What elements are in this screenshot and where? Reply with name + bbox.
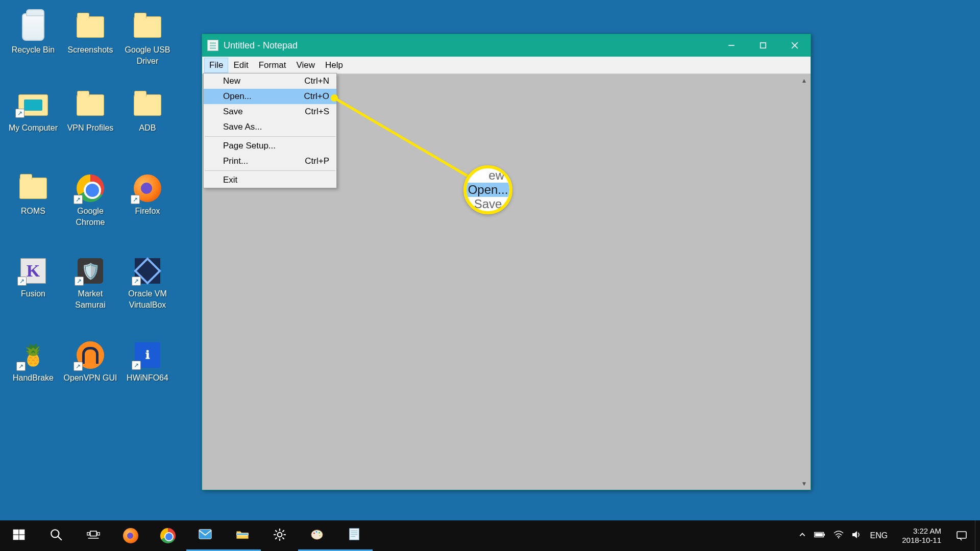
wifi-icon[interactable] [834, 531, 844, 541]
taskbar-start-button[interactable] [0, 520, 37, 551]
menu-edit[interactable]: Edit [228, 58, 253, 73]
svg-line-25 [275, 537, 277, 539]
desktop-icon-vpn-profiles[interactable]: VPN Profiles [62, 89, 118, 134]
clock[interactable]: 3:22 AM 2018-10-11 [895, 527, 948, 545]
menu-view[interactable]: View [291, 58, 321, 73]
menu-item-save-as[interactable]: Save As... [204, 119, 336, 135]
svg-point-10 [51, 530, 59, 537]
desktop-icon-label: OpenVPN GUI [64, 372, 117, 384]
desktop-icon-adb[interactable]: ADB [119, 89, 176, 134]
taskbar-search-button[interactable] [37, 520, 75, 551]
show-desktop-button[interactable] [975, 520, 980, 551]
taskbar-settings-button[interactable] [261, 520, 298, 551]
mail-icon [199, 528, 212, 543]
minimize-button[interactable] [716, 34, 747, 57]
shortcut-arrow-icon: ↗ [16, 362, 26, 371]
tray-chevron-icon[interactable] [799, 531, 806, 540]
taskbar-paint-button[interactable] [298, 520, 335, 551]
svg-rect-8 [13, 535, 18, 540]
taskbar-chrome-button[interactable] [149, 520, 186, 551]
notepad-icon [348, 528, 361, 543]
svg-point-30 [318, 532, 320, 534]
taskbar-notepad-button[interactable] [335, 520, 373, 551]
roms-icon [19, 178, 47, 199]
taskbar-taskview-button[interactable] [75, 520, 112, 551]
hwinfo64-icon: ℹ︎↗ [135, 342, 160, 368]
svg-rect-32 [349, 528, 359, 539]
svg-line-23 [275, 530, 277, 532]
language-indicator[interactable]: ENG [870, 531, 888, 540]
svg-rect-14 [97, 533, 99, 535]
menu-item-shortcut: Ctrl+N [304, 76, 329, 86]
volume-icon[interactable] [852, 530, 862, 541]
vpn-profiles-icon [77, 94, 104, 116]
action-center-button[interactable] [948, 520, 975, 551]
vertical-scrollbar[interactable]: ▲ ▼ [798, 74, 810, 489]
system-tray[interactable]: ENG [792, 530, 895, 541]
svg-rect-1 [761, 43, 766, 48]
shortcut-arrow-icon: ↗ [17, 277, 27, 286]
desktop-icon-google-usb-driver[interactable]: Google USB Driver [119, 11, 176, 67]
shortcut-arrow-icon: ↗ [132, 361, 141, 370]
search-icon [50, 528, 63, 543]
svg-point-29 [315, 531, 317, 533]
menu-item-page-setup[interactable]: Page Setup... [204, 138, 336, 154]
desktop-icon-firefox[interactable]: ↗Firefox [119, 172, 176, 217]
callout-focus: Open... [467, 183, 509, 197]
menu-item-shortcut: Ctrl+P [305, 156, 329, 166]
desktop-icon-label: Recycle Bin [12, 44, 55, 56]
svg-rect-42 [957, 532, 966, 538]
close-button[interactable] [779, 34, 811, 57]
shortcut-arrow-icon: ↗ [74, 362, 83, 371]
battery-icon[interactable] [814, 531, 825, 540]
desktop-icon-google-chrome[interactable]: ↗Google Chrome [62, 172, 118, 228]
screenshots-icon [77, 16, 104, 38]
fusion-icon: K↗ [20, 258, 46, 284]
desktop-icon-fusion[interactable]: K↗Fusion [5, 255, 61, 299]
desktop-icon-market-samurai[interactable]: 🛡️↗Market Samurai [62, 255, 118, 311]
scroll-up-button[interactable]: ▲ [798, 74, 810, 86]
svg-point-28 [313, 532, 315, 534]
desktop-icon-my-computer[interactable]: ↗My Computer [5, 89, 61, 134]
menu-item-save[interactable]: SaveCtrl+S [204, 104, 336, 119]
svg-line-26 [282, 530, 284, 532]
desktop-icon-label: ROMS [21, 206, 45, 217]
taskbar-firefox-button[interactable] [112, 520, 149, 551]
maximize-button[interactable] [747, 34, 779, 57]
callout-next: Save [467, 197, 509, 211]
menu-item-shortcut: Ctrl+O [304, 91, 329, 102]
shortcut-arrow-icon: ↗ [131, 195, 140, 204]
desktop-icon-screenshots[interactable]: Screenshots [62, 11, 118, 56]
svg-line-11 [58, 536, 62, 540]
desktop-icon-openvpn-gui[interactable]: ↗OpenVPN GUI [62, 339, 118, 384]
desktop-icon-recycle-bin[interactable]: Recycle Bin [5, 11, 61, 56]
shortcut-arrow-icon: ↗ [75, 277, 84, 286]
taskview-icon [87, 528, 100, 543]
svg-point-40 [838, 537, 839, 539]
market-samurai-icon: 🛡️↗ [78, 258, 103, 284]
menu-item-exit[interactable]: Exit [204, 172, 336, 188]
desktop-icon-roms[interactable]: ROMS [5, 172, 61, 217]
menu-item-print[interactable]: Print...Ctrl+P [204, 154, 336, 169]
desktop-icon-hwinfo64[interactable]: ℹ︎↗HWiNFO64 [119, 339, 176, 384]
oracle-vm-virtualbox-icon: ↗ [135, 258, 160, 284]
menu-item-label: New [223, 76, 240, 86]
menu-item-open[interactable]: Open...Ctrl+O [204, 89, 336, 104]
svg-rect-9 [19, 535, 24, 540]
desktop-icon-label: My Computer [9, 122, 58, 134]
desktop-icon-label: Screenshots [68, 44, 113, 56]
titlebar[interactable]: Untitled - Notepad [202, 34, 811, 57]
menu-help[interactable]: Help [320, 58, 348, 73]
scroll-down-button[interactable]: ▼ [798, 478, 810, 489]
taskbar-explorer-button[interactable] [224, 520, 261, 551]
menu-file[interactable]: File [204, 58, 228, 73]
menu-item-new[interactable]: NewCtrl+N [204, 73, 336, 89]
menu-item-label: Save [223, 107, 243, 117]
taskbar-mail-button[interactable] [186, 520, 224, 551]
firefox-icon: ↗ [134, 174, 161, 202]
desktop-icon-label: Market Samurai [62, 288, 118, 311]
menu-format[interactable]: Format [254, 58, 291, 73]
desktop-icon-label: Oracle VM VirtualBox [119, 288, 176, 311]
desktop-icon-handbrake[interactable]: 🍍↗HandBrake [5, 339, 61, 384]
desktop-icon-oracle-vm-virtualbox[interactable]: ↗Oracle VM VirtualBox [119, 255, 176, 311]
